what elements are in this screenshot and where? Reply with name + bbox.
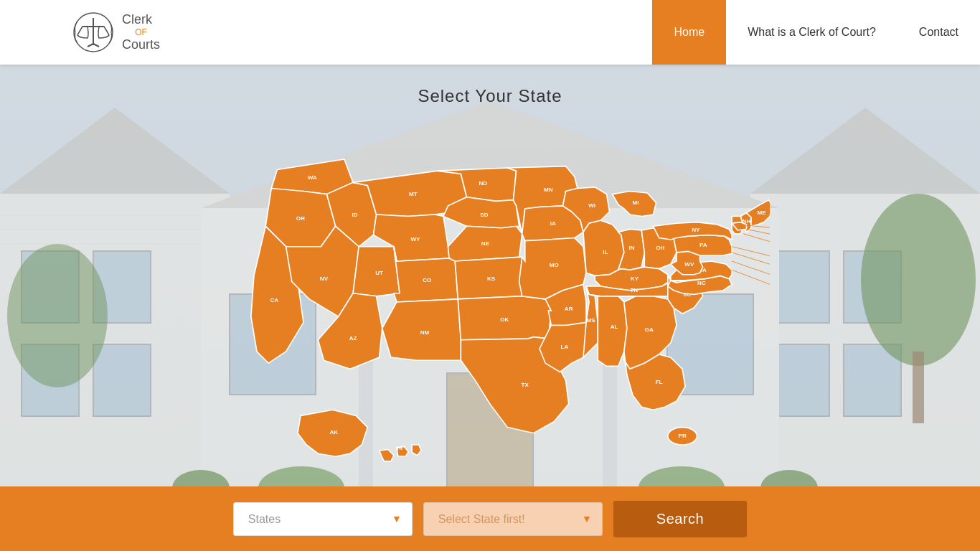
svg-rect-19	[772, 344, 829, 416]
svg-line-79	[743, 234, 770, 255]
states-select[interactable]: States AlabamaAlaskaArizonaArkansasCalif…	[233, 502, 413, 536]
state-ok[interactable]	[458, 296, 551, 340]
svg-line-78	[747, 229, 771, 243]
logo-icon	[72, 11, 115, 54]
state-il[interactable]	[583, 220, 624, 276]
svg-line-81	[732, 253, 770, 279]
state-pa[interactable]	[674, 235, 732, 255]
state-hi2[interactable]	[397, 446, 408, 456]
svg-line-80	[732, 247, 770, 267]
state-ks[interactable]	[455, 257, 525, 299]
svg-point-34	[7, 244, 108, 387]
usa-map[interactable]: .state { fill: #e67e22; stroke: #fff; st…	[210, 115, 770, 495]
state-ne[interactable]	[448, 226, 522, 261]
main-nav: Home What is a Clerk of Court? Contact	[652, 0, 980, 65]
bottom-bar: States AlabamaAlaskaArizonaArkansasCalif…	[0, 486, 980, 551]
page-title: Select Your State	[418, 86, 562, 106]
svg-line-4	[93, 44, 99, 47]
main-content: Select Your State .state { fill: #e67e22…	[0, 65, 980, 551]
states-select-wrapper: States AlabamaAlaskaArizonaArkansasCalif…	[233, 502, 413, 536]
logo-text: Clerk OF Courts	[122, 12, 160, 52]
state-ak[interactable]	[298, 410, 368, 456]
svg-line-82	[732, 261, 770, 291]
usa-map-container: .state { fill: #e67e22; stroke: #fff; st…	[210, 115, 770, 495]
state-pr[interactable]	[668, 428, 697, 445]
state-al[interactable]	[598, 296, 627, 367]
nav-what-is-clerk[interactable]: What is a Clerk of Court?	[726, 0, 897, 65]
svg-rect-17	[772, 251, 829, 323]
nav-home[interactable]: Home	[652, 0, 726, 65]
state-hi3[interactable]	[412, 445, 421, 456]
svg-point-32	[861, 194, 976, 366]
svg-line-3	[88, 44, 93, 47]
svg-rect-11	[93, 344, 151, 416]
county-select-wrapper: Select State first! ▼	[423, 502, 603, 536]
state-ut[interactable]	[353, 247, 400, 296]
county-select[interactable]: Select State first!	[423, 502, 603, 536]
header: Clerk OF Courts Home What is a Clerk of …	[0, 0, 980, 65]
state-nm[interactable]	[382, 299, 461, 360]
svg-rect-33	[913, 352, 924, 423]
svg-line-83	[732, 270, 770, 302]
search-button[interactable]: Search	[613, 501, 747, 537]
state-mi[interactable]	[613, 192, 656, 217]
logo-area: Clerk OF Courts	[0, 11, 652, 54]
state-hi[interactable]	[380, 450, 394, 461]
nav-contact[interactable]: Contact	[897, 0, 980, 65]
